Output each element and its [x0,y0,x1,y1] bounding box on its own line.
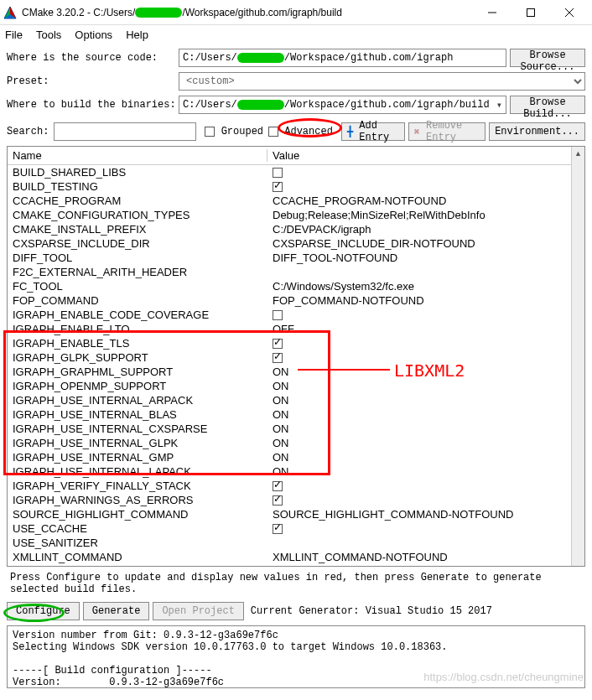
search-input[interactable] [54,122,196,141]
cache-entry-name: IGRAPH_USE_INTERNAL_CXSPARSE [8,423,267,435]
checkbox-icon[interactable] [273,353,283,363]
cache-entry-name: IGRAPH_USE_INTERNAL_GLPK [8,437,267,449]
table-row[interactable]: IGRAPH_USE_INTERNAL_LAPACKON [8,464,584,479]
table-row[interactable]: CCACHE_PROGRAMCCACHE_PROGRAM-NOTFOUND [8,194,584,208]
cache-entry-value[interactable]: XMLLINT_COMMAND-NOTFOUND [267,551,584,563]
cache-entry-name: IGRAPH_GLPK_SUPPORT [8,351,267,364]
table-row[interactable]: FOP_COMMANDFOP_COMMAND-NOTFOUND [8,293,584,308]
cache-entry-value[interactable]: SOURCE_HIGHLIGHT_COMMAND-NOTFOUND [267,508,584,521]
checkbox-icon[interactable] [273,481,283,491]
table-row[interactable]: IGRAPH_VERIFY_FINALLY_STACK [8,479,584,493]
cache-entry-value[interactable] [267,339,584,349]
table-row[interactable]: USE_SANITIZER [8,536,584,550]
cache-entry-value[interactable]: XMLTO_COMMAND-NOTFOUND [267,565,584,566]
table-row[interactable]: IGRAPH_ENABLE_LTOOFF [8,322,584,336]
scroll-up-icon[interactable]: ▲ [572,147,584,160]
source-path-input[interactable]: C:/Users//Workspace/github.com/igraph [179,49,506,67]
cache-entry-name: IGRAPH_WARNINGS_AS_ERRORS [8,494,267,506]
browse-build-button[interactable]: Browse Build... [510,96,585,114]
menu-file[interactable]: File [5,29,23,41]
menu-help[interactable]: Help [126,29,148,41]
cache-entry-value[interactable] [267,310,584,320]
table-row[interactable]: IGRAPH_ENABLE_TLS [8,336,584,350]
cache-entry-value[interactable]: ON [267,451,584,464]
cache-entry-value[interactable]: C:/Windows/System32/fc.exe [267,280,584,293]
table-row[interactable]: BUILD_SHARED_LIBS [8,165,584,179]
configure-button[interactable]: Configure [7,602,80,620]
close-button[interactable] [550,0,589,25]
cache-entry-value[interactable] [267,495,584,506]
menu-options[interactable]: Options [75,29,112,41]
table-row[interactable]: IGRAPH_USE_INTERNAL_CXSPARSEON [8,422,584,436]
cache-entry-value[interactable]: CCACHE_PROGRAM-NOTFOUND [267,194,584,207]
cache-entry-value[interactable]: ON [267,423,584,435]
table-row[interactable]: CXSPARSE_INCLUDE_DIRCXSPARSE_INCLUDE_DIR… [8,236,584,251]
table-row[interactable]: IGRAPH_USE_INTERNAL_BLASON [8,407,584,422]
table-row[interactable]: IGRAPH_USE_INTERNAL_GLPKON [8,436,584,450]
vertical-scrollbar[interactable]: ▲ [571,147,584,566]
cache-entry-name: BUILD_TESTING [8,180,267,193]
table-row[interactable]: USE_CCACHE [8,521,584,536]
table-row[interactable]: IGRAPH_WARNINGS_AS_ERRORS [8,493,584,507]
menu-tools[interactable]: Tools [36,29,61,41]
cache-entry-value[interactable]: Debug;Release;MinSizeRel;RelWithDebInfo [267,209,584,221]
table-row[interactable]: SOURCE_HIGHLIGHT_COMMANDSOURCE_HIGHLIGHT… [8,507,584,521]
cache-entry-value[interactable]: ON [267,394,584,407]
maximize-button[interactable] [512,0,550,25]
browse-source-button[interactable]: Browse Source... [510,49,585,67]
advanced-checkbox[interactable]: Advanced [268,126,333,137]
cache-entry-value[interactable]: ON [267,465,584,478]
column-header-value[interactable]: Value [267,149,584,162]
table-row[interactable]: IGRAPH_USE_INTERNAL_GMPON [8,450,584,464]
cache-entry-value[interactable]: ON [267,437,584,449]
table-row[interactable]: IGRAPH_GLPK_SUPPORT [8,350,584,365]
minimize-button[interactable] [473,0,512,25]
redacted-block [237,100,284,110]
search-label: Search: [7,126,49,137]
table-row[interactable]: IGRAPH_USE_INTERNAL_ARPACKON [8,393,584,407]
table-row[interactable]: IGRAPH_OPENMP_SUPPORTON [8,379,584,393]
table-row[interactable]: XMLLINT_COMMANDXMLLINT_COMMAND-NOTFOUND [8,550,584,564]
open-project-button[interactable]: Open Project [153,602,243,620]
cache-entry-name: FC_TOOL [8,280,267,293]
cache-entry-value[interactable] [267,524,584,534]
table-row[interactable]: IGRAPH_ENABLE_CODE_COVERAGE [8,308,584,322]
checkbox-icon[interactable] [273,339,283,349]
cache-entry-value[interactable]: ON [267,408,584,421]
build-path-input[interactable]: C:/Users//Workspace/github.com/igraph/bu… [179,96,506,114]
checkbox-icon[interactable] [273,168,283,178]
cache-entry-value[interactable] [267,168,584,178]
cache-entry-value[interactable]: DIFF_TOOL-NOTFOUND [267,251,584,264]
table-row[interactable]: FC_TOOLC:/Windows/System32/fc.exe [8,279,584,293]
cache-entry-name: IGRAPH_USE_INTERNAL_GMP [8,451,267,464]
environment-button[interactable]: Environment... [489,122,585,141]
grouped-checkbox[interactable]: Grouped [205,126,263,137]
cache-entry-value[interactable]: C:/DEVPACK/igraph [267,223,584,236]
column-header-name[interactable]: Name [8,149,267,162]
table-row[interactable]: F2C_EXTERNAL_ARITH_HEADER [8,265,584,279]
table-row[interactable]: CMAKE_INSTALL_PREFIXC:/DEVPACK/igraph [8,222,584,236]
table-row[interactable]: BUILD_TESTING [8,179,584,194]
checkbox-icon[interactable] [273,524,283,534]
cache-entry-name: CMAKE_INSTALL_PREFIX [8,223,267,236]
checkbox-icon[interactable] [273,495,283,506]
cache-entry-value[interactable]: OFF [267,323,584,335]
checkbox-icon[interactable] [273,310,283,320]
annotation-line [298,369,390,371]
table-row[interactable]: XMLTO_COMMANDXMLTO_COMMAND-NOTFOUND [8,564,584,566]
remove-entry-button[interactable]: ✖ Remove Entry [408,122,486,141]
cache-entry-value[interactable]: CXSPARSE_INCLUDE_DIR-NOTFOUND [267,237,584,250]
redacted-block [135,8,182,18]
cache-entry-name: XMLLINT_COMMAND [8,551,267,563]
cache-entry-value[interactable]: FOP_COMMAND-NOTFOUND [267,294,584,307]
cache-entry-value[interactable] [267,182,584,192]
table-row[interactable]: IGRAPH_GRAPHML_SUPPORTON [8,365,584,379]
table-row[interactable]: DIFF_TOOLDIFF_TOOL-NOTFOUND [8,251,584,265]
generate-button[interactable]: Generate [83,602,150,620]
table-row[interactable]: CMAKE_CONFIGURATION_TYPESDebug;Release;M… [8,208,584,222]
add-entry-button[interactable]: ╋ Add Entry [341,122,405,141]
cache-entry-value[interactable] [267,481,584,491]
preset-select[interactable]: <custom> [179,72,585,91]
checkbox-icon[interactable] [273,182,283,192]
cache-entry-value[interactable]: ON [267,380,584,392]
